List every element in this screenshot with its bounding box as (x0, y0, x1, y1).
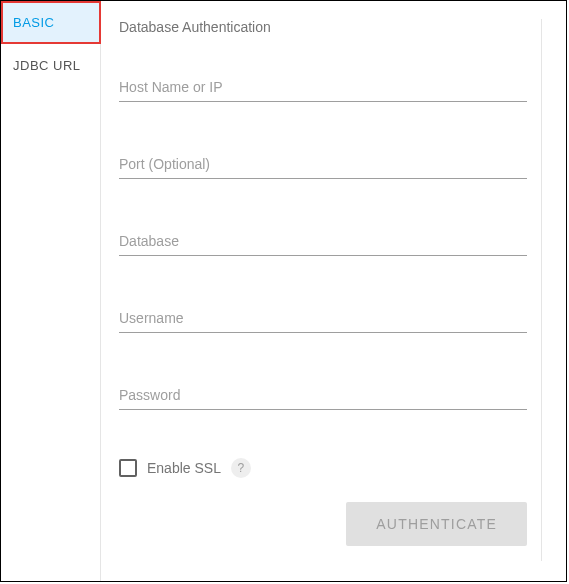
field-password (119, 381, 527, 410)
authenticate-button[interactable]: AUTHENTICATE (346, 502, 527, 546)
main-inner: Database Authentication (119, 19, 542, 561)
panel-title: Database Authentication (119, 19, 527, 35)
sidebar: BASIC JDBC URL (1, 1, 101, 581)
field-username (119, 304, 527, 333)
tab-basic[interactable]: BASIC (1, 1, 100, 44)
host-input[interactable] (119, 73, 527, 102)
field-database (119, 227, 527, 256)
button-row: AUTHENTICATE (119, 502, 527, 546)
password-input[interactable] (119, 381, 527, 410)
port-input[interactable] (119, 150, 527, 179)
tab-jdbc-url[interactable]: JDBC URL (1, 44, 100, 87)
dialog-container: BASIC JDBC URL Database Authentication (0, 0, 567, 582)
field-host (119, 73, 527, 102)
username-input[interactable] (119, 304, 527, 333)
main-panel: Database Authentication (101, 1, 566, 581)
database-input[interactable] (119, 227, 527, 256)
enable-ssl-label: Enable SSL (147, 460, 221, 476)
enable-ssl-checkbox[interactable] (119, 459, 137, 477)
ssl-row: Enable SSL ? (119, 458, 527, 478)
help-icon[interactable]: ? (231, 458, 251, 478)
field-port (119, 150, 527, 179)
